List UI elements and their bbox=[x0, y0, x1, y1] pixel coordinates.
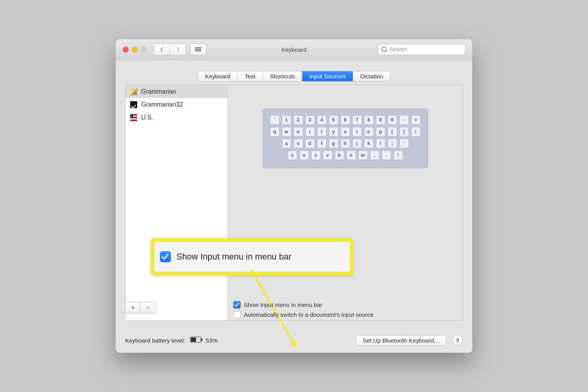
keyboard-row: zxcvbnm,./ bbox=[288, 151, 403, 160]
options: Show Input menu in menu bar Automaticall… bbox=[233, 301, 374, 321]
tab-input-sources[interactable]: Input Sources bbox=[302, 71, 353, 81]
keyboard-row: qwertyuiop[]\ bbox=[270, 127, 421, 136]
key: 4 bbox=[317, 115, 327, 125]
source-row[interactable]: U.S. bbox=[125, 111, 227, 124]
titlebar: Keyboard bbox=[116, 39, 472, 60]
chevron-right-icon bbox=[176, 47, 180, 52]
pencil-icon bbox=[130, 88, 137, 95]
option-label: Automatically switch to a document's inp… bbox=[244, 311, 374, 318]
search-input[interactable] bbox=[388, 46, 462, 53]
key: j bbox=[352, 139, 362, 148]
option-label: Show Input menu in menu bar bbox=[244, 301, 322, 308]
key: u bbox=[341, 127, 350, 136]
key: l bbox=[376, 139, 385, 148]
show-all-button[interactable] bbox=[190, 44, 207, 55]
key: z bbox=[288, 151, 297, 160]
battery-icon bbox=[190, 337, 201, 343]
key: h bbox=[341, 139, 350, 148]
grid-icon bbox=[195, 47, 201, 52]
key: i bbox=[352, 127, 362, 136]
search-field[interactable] bbox=[378, 44, 465, 55]
tab-keyboard[interactable]: Keyboard bbox=[198, 71, 238, 81]
source-label: Grammarian bbox=[141, 88, 176, 95]
tab-bar: KeyboardTextShortcutsInput SourcesDictat… bbox=[116, 71, 472, 82]
nav-buttons bbox=[154, 44, 186, 55]
chevron-left-icon bbox=[160, 47, 164, 52]
key: w bbox=[282, 127, 291, 136]
highlight-callout: Show Input menu in menu bar bbox=[151, 238, 354, 276]
source-row[interactable]: Grammarian32 bbox=[125, 98, 227, 111]
key: n bbox=[347, 151, 356, 160]
window-controls bbox=[123, 47, 147, 53]
footer: Keyboard battery level: 53% Set Up Bluet… bbox=[125, 335, 463, 346]
callout-label: Show Input menu in menu bar bbox=[176, 252, 292, 262]
preferences-window: Keyboard KeyboardTextShortcutsInput Sour… bbox=[116, 39, 472, 353]
content-panel: GrammarianGrammarian32U.S. `1234567890-=… bbox=[125, 85, 463, 321]
key: c bbox=[311, 151, 321, 160]
tab-shortcuts[interactable]: Shortcuts bbox=[263, 71, 302, 81]
key: [ bbox=[388, 127, 397, 136]
key: d bbox=[305, 139, 315, 148]
key: a bbox=[282, 139, 291, 148]
battery-percent: 53% bbox=[206, 337, 218, 344]
bluetooth-keyboard-button[interactable]: Set Up Bluetooth Keyboard… bbox=[356, 335, 446, 346]
checkbox-icon bbox=[233, 301, 241, 309]
battery-status: Keyboard battery level: 53% bbox=[125, 337, 218, 344]
tab-text[interactable]: Text bbox=[238, 71, 263, 81]
key: 9 bbox=[376, 115, 385, 125]
tab-dictation[interactable]: Dictation bbox=[353, 71, 390, 81]
add-source-button[interactable]: + bbox=[125, 302, 141, 314]
key: ] bbox=[399, 127, 409, 136]
key: f bbox=[317, 139, 327, 148]
key: 3 bbox=[305, 115, 315, 125]
keyboard-row: asdfghjkl;' bbox=[282, 139, 409, 148]
checkbox-icon bbox=[233, 311, 241, 318]
key: , bbox=[370, 151, 379, 160]
key: x bbox=[299, 151, 309, 160]
close-button[interactable] bbox=[123, 47, 129, 53]
key: 0 bbox=[388, 115, 397, 125]
dark-icon bbox=[130, 101, 137, 108]
key: . bbox=[382, 151, 391, 160]
key: y bbox=[329, 127, 338, 136]
key: q bbox=[270, 127, 279, 136]
key: e bbox=[294, 127, 303, 136]
key: 5 bbox=[329, 115, 338, 125]
remove-source-button[interactable]: − bbox=[141, 302, 156, 314]
key: g bbox=[329, 139, 338, 148]
key: r bbox=[305, 127, 315, 136]
search-icon bbox=[381, 47, 386, 52]
key: v bbox=[323, 151, 332, 160]
key: m bbox=[358, 151, 368, 160]
callout-checkbox bbox=[160, 251, 171, 262]
key: 8 bbox=[364, 115, 374, 125]
key: 6 bbox=[341, 115, 350, 125]
key: k bbox=[364, 139, 374, 148]
key: / bbox=[394, 151, 403, 160]
key: p bbox=[376, 127, 385, 136]
key: ; bbox=[388, 139, 397, 148]
key: 2 bbox=[294, 115, 303, 125]
key: 1 bbox=[282, 115, 291, 125]
keyboard-preview: `1234567890-=qwertyuiop[]\asdfghjkl;'zxc… bbox=[228, 85, 463, 320]
keyboard-layout: `1234567890-=qwertyuiop[]\asdfghjkl;'zxc… bbox=[263, 109, 428, 168]
key: - bbox=[399, 115, 409, 125]
add-remove-buttons: + − bbox=[125, 302, 156, 314]
minimize-button[interactable] bbox=[132, 47, 138, 53]
key: t bbox=[317, 127, 327, 136]
show-input-menu-option[interactable]: Show Input menu in menu bar bbox=[233, 301, 374, 309]
key: s bbox=[294, 139, 303, 148]
source-label: U.S. bbox=[141, 114, 153, 121]
us-icon bbox=[130, 114, 137, 121]
back-button[interactable] bbox=[154, 44, 170, 55]
forward-button[interactable] bbox=[170, 44, 186, 55]
key: 7 bbox=[352, 115, 362, 125]
zoom-button bbox=[141, 47, 147, 53]
source-row[interactable]: Grammarian bbox=[125, 85, 227, 98]
key: b bbox=[335, 151, 344, 160]
battery-label: Keyboard battery level: bbox=[125, 337, 185, 344]
key: \ bbox=[411, 127, 421, 136]
auto-switch-option[interactable]: Automatically switch to a document's inp… bbox=[233, 311, 374, 318]
source-label: Grammarian32 bbox=[141, 101, 183, 108]
help-button[interactable]: ? bbox=[452, 335, 463, 346]
